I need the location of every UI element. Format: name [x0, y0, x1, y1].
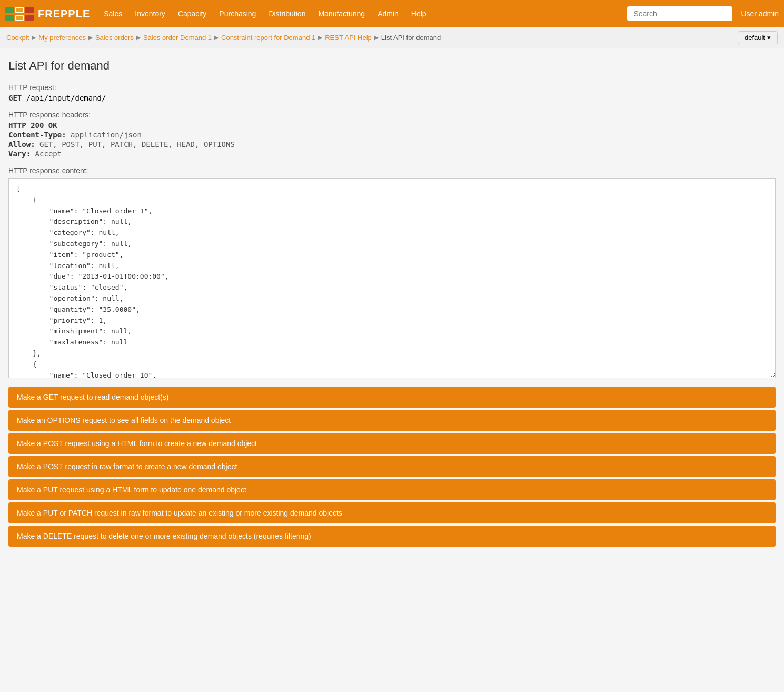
http-request-line: GET /api/input/demand/ — [8, 94, 776, 102]
chevron-down-icon: ▾ — [767, 34, 771, 42]
http-method: GET — [8, 94, 22, 102]
breadcrumb-current: List API for demand — [381, 34, 441, 42]
breadcrumb-constraint-report[interactable]: Constraint report for Demand 1 — [221, 34, 315, 42]
breadcrumb-sep-1: ▶ — [32, 34, 36, 41]
http-request-label: HTTP request: — [8, 83, 776, 92]
nav-item-inventory[interactable]: Inventory — [130, 6, 171, 21]
http-path: /api/input/demand/ — [26, 94, 106, 102]
breadcrumb-sep-5: ▶ — [318, 34, 322, 41]
header-vary: Vary: Accept — [8, 150, 776, 158]
logo-icon — [5, 7, 34, 21]
search-input[interactable] — [627, 6, 732, 21]
logo-text: FREPPLE — [38, 8, 90, 20]
json-response-box[interactable]: [ { "name": "Closed order 1", "descripti… — [8, 178, 776, 378]
header-content-type: Content-Type: application/json — [8, 131, 776, 139]
nav-item-admin[interactable]: Admin — [372, 6, 404, 21]
header-allow: Allow: GET, POST, PUT, PATCH, DELETE, HE… — [8, 140, 776, 149]
breadcrumb-sales-orders[interactable]: Sales orders — [95, 34, 134, 42]
response-headers-label: HTTP response headers: — [8, 111, 776, 119]
nav-menu: Sales Inventory Capacity Purchasing Dist… — [98, 6, 627, 21]
breadcrumb-sep-4: ▶ — [214, 34, 219, 41]
breadcrumb-bar: Cockpit ▶ My preferences ▶ Sales orders … — [0, 27, 784, 48]
user-admin-label[interactable]: User admin — [741, 9, 779, 18]
action-buttons: Make a GET request to read demand object… — [8, 387, 776, 547]
post-form-request-button[interactable]: Make a POST request using a HTML form to… — [8, 433, 776, 454]
post-raw-request-button[interactable]: Make a POST request in raw format to cre… — [8, 456, 776, 477]
header-val-vary: Accept — [35, 150, 62, 158]
header-key-content-type: Content-Type: — [8, 131, 66, 139]
breadcrumb-sep-2: ▶ — [88, 34, 93, 41]
breadcrumb-sep-3: ▶ — [136, 34, 141, 41]
logo-area[interactable]: FREPPLE — [5, 7, 90, 21]
breadcrumb-my-preferences[interactable]: My preferences — [38, 34, 86, 42]
header-val-content-type: application/json — [71, 131, 142, 139]
delete-request-button[interactable]: Make a DELETE request to delete one or m… — [8, 526, 776, 547]
json-content: [ { "name": "Closed order 1", "descripti… — [16, 184, 768, 378]
header-key-vary: Vary: — [8, 150, 31, 158]
main-content: List API for demand HTTP request: GET /a… — [0, 48, 784, 557]
default-button-label: default — [745, 34, 765, 42]
response-headers-section: HTTP response headers: HTTP 200 OK Conte… — [8, 111, 776, 158]
status-line: HTTP 200 OK — [8, 121, 776, 130]
nav-item-help[interactable]: Help — [406, 6, 432, 21]
top-nav: FREPPLE Sales Inventory Capacity Purchas… — [0, 0, 784, 27]
breadcrumb: Cockpit ▶ My preferences ▶ Sales orders … — [6, 34, 738, 42]
get-request-button[interactable]: Make a GET request to read demand object… — [8, 387, 776, 408]
nav-item-distribution[interactable]: Distribution — [263, 6, 311, 21]
nav-item-capacity[interactable]: Capacity — [173, 6, 212, 21]
default-button[interactable]: default ▾ — [738, 31, 778, 44]
response-content-section: HTTP response content: [ { "name": "Clos… — [8, 166, 776, 378]
nav-item-purchasing[interactable]: Purchasing — [214, 6, 261, 21]
header-val-allow: GET, POST, PUT, PATCH, DELETE, HEAD, OPT… — [39, 140, 235, 149]
page-title: List API for demand — [8, 59, 776, 73]
breadcrumb-sep-6: ▶ — [374, 34, 379, 41]
status-line-text: HTTP 200 OK — [8, 121, 57, 130]
breadcrumb-cockpit[interactable]: Cockpit — [6, 34, 29, 42]
breadcrumb-rest-api-help[interactable]: REST API Help — [325, 34, 372, 42]
put-form-request-button[interactable]: Make a PUT request using a HTML form to … — [8, 479, 776, 500]
header-key-allow: Allow: — [8, 140, 35, 149]
http-request-section: HTTP request: GET /api/input/demand/ — [8, 83, 776, 102]
response-content-label: HTTP response content: — [8, 166, 776, 175]
nav-item-manufacturing[interactable]: Manufacturing — [313, 6, 370, 21]
put-patch-raw-request-button[interactable]: Make a PUT or PATCH request in raw forma… — [8, 502, 776, 523]
nav-item-sales[interactable]: Sales — [98, 6, 127, 21]
breadcrumb-sales-order-demand-1[interactable]: Sales order Demand 1 — [143, 34, 212, 42]
options-request-button[interactable]: Make an OPTIONS request to see all field… — [8, 410, 776, 431]
